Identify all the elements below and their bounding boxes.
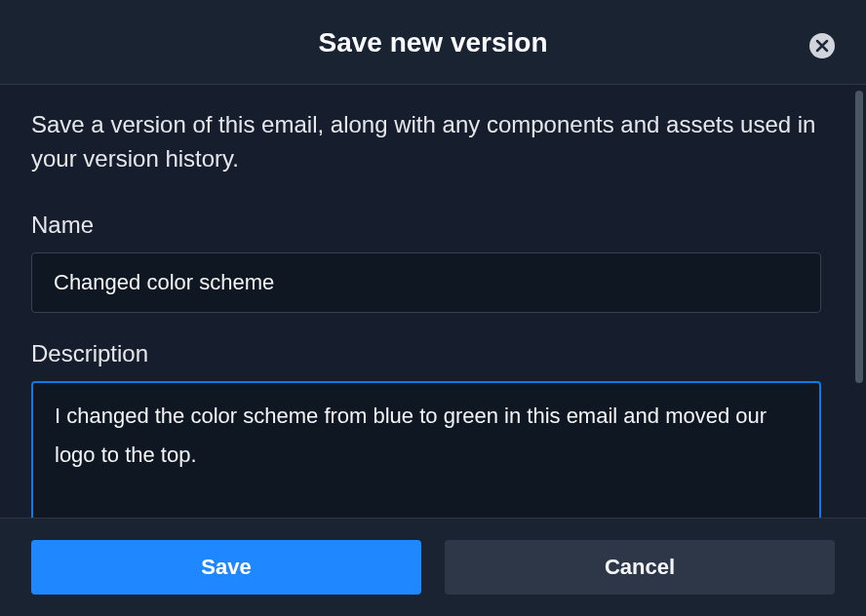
modal-footer: Save Cancel xyxy=(0,518,866,616)
intro-text: Save a version of this email, along with… xyxy=(31,108,821,176)
close-button[interactable] xyxy=(809,33,835,58)
modal-body: Save a version of this email, along with… xyxy=(0,85,852,518)
modal-header: Save new version xyxy=(0,0,866,85)
description-field-group: Description xyxy=(31,340,821,518)
name-field-group: Name xyxy=(31,212,821,313)
description-input[interactable] xyxy=(31,381,821,518)
modal-body-wrapper: Save a version of this email, along with… xyxy=(0,85,866,518)
scrollbar-thumb[interactable] xyxy=(855,91,863,383)
name-input[interactable] xyxy=(31,252,821,313)
close-icon xyxy=(815,39,829,53)
save-version-modal: Save new version Save a version of this … xyxy=(0,0,866,616)
name-label: Name xyxy=(31,212,821,239)
description-label: Description xyxy=(31,340,821,367)
scrollbar-track[interactable] xyxy=(852,85,866,518)
modal-title: Save new version xyxy=(31,27,835,58)
save-button[interactable]: Save xyxy=(31,540,421,595)
cancel-button[interactable]: Cancel xyxy=(445,540,835,595)
